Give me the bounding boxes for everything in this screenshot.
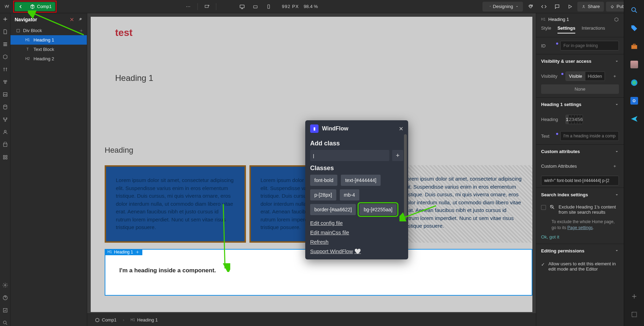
component-heading-text[interactable]: I'm a heading inside a component. [119,267,525,274]
zoom-label[interactable]: 98.4 % [304,4,318,9]
page-settings-link[interactable]: Page settings [567,225,593,230]
users-icon[interactable] [2,129,8,135]
visibility-none[interactable]: None [541,84,619,94]
tab-settings[interactable]: Settings [557,25,575,33]
class-chip[interactable]: p-[28px] [310,189,336,200]
send-app-icon[interactable] [630,114,639,123]
ecommerce-icon[interactable] [2,142,8,148]
add-attribute-icon[interactable]: + [611,162,619,170]
search-app-icon[interactable] [630,6,639,15]
add-class-label: Add class [310,140,403,147]
heading-level-3[interactable]: 3 [571,115,574,124]
canvas-col-1[interactable]: Lorem ipsum dolor sit amet, consectetur … [105,165,246,243]
add-icon[interactable] [2,16,8,22]
visibility-visible[interactable]: Visible [566,72,585,81]
text-input[interactable] [560,131,619,141]
tab-interactions[interactable]: Interactions [582,25,605,33]
crumb-heading1[interactable]: H1 Heading 1 [128,316,160,324]
select-app-icon[interactable] [630,310,639,319]
exclude-checkbox[interactable] [541,205,546,210]
editing-permissions-section[interactable]: Editing permissions [536,244,624,258]
mobile-bp-icon[interactable] [262,2,275,11]
pages-icon[interactable] [2,29,8,35]
apps-icon[interactable] [2,154,8,160]
support-link[interactable]: Support WindFlow🤍 [310,248,403,255]
canvas-col-3[interactable]: Lorem ipsum dolor sit amet, consectetur … [394,165,532,243]
close-panel-icon[interactable] [69,17,74,22]
variables-icon[interactable] [2,66,8,73]
selection-label[interactable]: H1 Heading 1 [105,249,142,255]
class-chip[interactable]: font-bold [310,175,337,186]
search-icon[interactable] [2,320,8,326]
custom-attr-label: Custom Attributes [541,164,577,169]
svg-point-10 [3,118,4,119]
visibility-add-icon[interactable]: + [611,72,619,81]
canvas-width-label[interactable]: 992 PX [282,4,299,9]
component-icon[interactable] [614,17,619,22]
heading-settings-section[interactable]: Heading 1 settings [536,97,624,111]
cms-icon[interactable] [2,104,8,110]
breakpoint-add-icon[interactable] [201,2,213,11]
popup-scrollbar[interactable] [404,134,407,256]
heading-level-2[interactable]: 2 [569,115,571,124]
add-class-input[interactable] [310,150,389,161]
visibility-section[interactable]: Visibility & user access [536,54,624,68]
tablet-bp-icon[interactable] [249,2,262,11]
heading-level-4[interactable]: 4 [575,115,577,124]
nav-item-div-block[interactable]: Div Block [10,26,87,35]
mode-dropdown[interactable]: Designing [482,2,523,12]
class-chip[interactable]: border-[#aa6622] [310,204,356,215]
attribute-entry[interactable]: winf=" font-bold text-[#444444] p-[2 [541,176,619,185]
refresh-icon[interactable] [525,2,536,12]
pin-panel-icon[interactable] [78,17,83,22]
avatar-app-icon[interactable] [630,60,639,69]
components-icon[interactable] [2,54,8,60]
svg-point-4 [583,5,584,6]
outlook-app-icon[interactable]: O [630,96,639,105]
add-app-icon[interactable] [630,292,639,301]
crumb-comp1[interactable]: Comp1 [92,316,119,324]
nav-item-heading-1[interactable]: H1 Heading 1 [10,35,87,45]
share-button[interactable]: Share [577,2,604,12]
nav-item-heading-2[interactable]: H2 Heading 2 [10,54,87,63]
settings-icon[interactable] [2,282,8,288]
class-chip[interactable]: text-[#444444] [341,175,381,186]
visibility-hidden[interactable]: Hidden [585,72,605,81]
preview-icon[interactable] [565,2,575,12]
component-pill[interactable]: Comp1 [27,2,55,11]
canvas-test-heading[interactable]: test [115,27,532,38]
custom-attributes-section[interactable]: Custom attributes [536,144,624,158]
back-button[interactable] [15,2,27,11]
popup-close-icon[interactable]: ✕ [399,126,403,132]
class-chip-highlighted[interactable]: bg-[#2255aa] [359,204,397,215]
assets-icon[interactable] [2,91,8,98]
heading-level-6[interactable]: 6 [580,115,583,124]
navigator-icon[interactable] [2,41,8,47]
styles-icon[interactable] [2,79,8,85]
permission-check-icon[interactable]: ✓ [541,262,545,267]
logic-icon[interactable] [2,116,8,123]
heading-level-1[interactable]: 1 [566,115,569,124]
ok-got-it-link[interactable]: Ok, got it [536,234,624,244]
search-index-section[interactable]: Search index settings [536,188,624,202]
briefcase-app-icon[interactable] [630,42,639,51]
edge-app-icon[interactable] [630,78,639,87]
edit-maincss-link[interactable]: Edit mainCss file [310,229,403,235]
webflow-logo-icon[interactable] [3,2,12,11]
id-input[interactable] [560,41,619,51]
tab-style[interactable]: Style [541,25,551,33]
help-icon[interactable] [2,295,8,301]
refresh-link[interactable]: Refresh [310,239,403,245]
nav-item-text-block[interactable]: T Text Block [10,45,87,54]
audit-icon[interactable] [2,307,8,313]
heading-level-5[interactable]: 5 [577,115,580,124]
class-chip[interactable]: mb-4 [340,189,359,200]
add-class-plus-button[interactable]: + [392,150,403,161]
tag-app-icon[interactable] [630,24,639,33]
desktop-bp-icon[interactable] [236,2,248,11]
code-icon[interactable] [538,2,549,12]
edit-config-link[interactable]: Edit config file [310,220,403,226]
more-menu-icon[interactable]: ⋯ [182,2,195,11]
canvas-heading1[interactable]: Heading 1 [115,73,532,83]
comment-icon[interactable] [552,2,563,12]
